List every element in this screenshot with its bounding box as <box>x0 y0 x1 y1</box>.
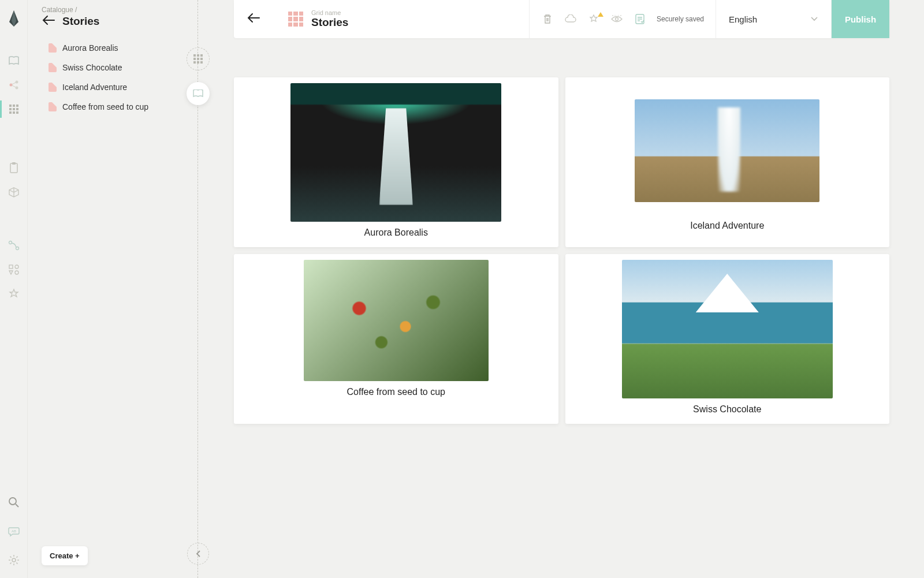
delete-icon[interactable] <box>541 13 554 25</box>
language-select[interactable]: English <box>716 0 832 38</box>
chevron-down-icon <box>810 16 818 22</box>
nav-shapes-icon[interactable] <box>0 258 28 282</box>
document-icon <box>49 83 57 92</box>
svg-text:AB: AB <box>11 529 16 533</box>
mid-rail <box>198 0 230 578</box>
story-card[interactable]: Swiss Chocolate <box>565 254 890 424</box>
card-title: Iceland Adventure <box>690 221 764 231</box>
svg-rect-25 <box>193 58 196 60</box>
svg-point-14 <box>9 241 12 244</box>
svg-rect-23 <box>197 54 199 57</box>
topbar: Grid name Stories Securely saved <box>234 0 889 38</box>
tree-item-label: Coffee from seed to cup <box>62 102 148 111</box>
svg-rect-13 <box>12 162 16 165</box>
workspace: Grid name Stories Securely saved <box>230 0 924 578</box>
nav-flow-icon[interactable] <box>0 233 28 258</box>
icon-rail: AB <box>0 0 28 578</box>
svg-rect-7 <box>13 108 15 110</box>
story-card[interactable]: Aurora Borealis <box>234 77 558 247</box>
save-status: Securely saved <box>657 15 704 23</box>
svg-rect-8 <box>16 108 18 110</box>
topbar-back-arrow-icon[interactable] <box>247 13 260 25</box>
card-image <box>290 83 501 222</box>
eye-icon[interactable] <box>610 13 623 25</box>
tree-item-label: Aurora Borealis <box>62 43 118 53</box>
svg-rect-22 <box>193 54 196 57</box>
document-icon <box>49 63 57 72</box>
nav-clipboard-icon[interactable] <box>0 156 28 180</box>
nav-search-icon[interactable] <box>0 490 28 514</box>
svg-rect-29 <box>197 61 199 64</box>
story-card[interactable]: Coffee from seed to cup <box>234 254 558 424</box>
svg-point-17 <box>15 265 18 269</box>
svg-rect-6 <box>9 108 12 110</box>
view-book-toggle[interactable] <box>187 82 210 105</box>
nav-cube-icon[interactable] <box>0 180 28 204</box>
create-button[interactable]: Create + <box>42 546 88 565</box>
svg-rect-9 <box>9 111 12 114</box>
svg-point-15 <box>16 247 18 250</box>
svg-rect-28 <box>193 61 196 64</box>
note-check-icon[interactable] <box>634 13 646 25</box>
svg-rect-26 <box>197 58 199 60</box>
svg-rect-27 <box>200 58 203 60</box>
collapse-sidebar-icon[interactable] <box>187 543 209 565</box>
logo-icon <box>7 10 21 29</box>
publish-button[interactable]: Publish <box>832 0 889 38</box>
warning-badge-icon <box>598 9 603 17</box>
nav-star-icon[interactable] <box>0 282 28 306</box>
svg-rect-12 <box>10 163 17 173</box>
tree-item[interactable]: Coffee from seed to cup <box>28 97 198 117</box>
svg-point-2 <box>15 87 18 90</box>
page-title: Stories <box>311 16 348 29</box>
card-image <box>304 260 489 381</box>
story-card[interactable]: Iceland Adventure <box>565 77 890 247</box>
svg-point-1 <box>15 81 18 84</box>
svg-rect-30 <box>200 61 203 64</box>
tree-item-label: Swiss Chocolate <box>62 63 122 72</box>
svg-point-0 <box>9 84 12 87</box>
svg-point-31 <box>615 18 618 21</box>
cards-grid: Aurora Borealis Iceland Adventure Coffee… <box>230 38 924 424</box>
svg-rect-16 <box>9 265 13 269</box>
svg-rect-11 <box>16 111 18 114</box>
tree-item[interactable]: Iceland Adventure <box>28 77 198 97</box>
sidebar-title: Stories <box>62 15 99 28</box>
svg-rect-4 <box>13 105 15 107</box>
nav-book-icon[interactable] <box>0 49 28 73</box>
svg-rect-5 <box>16 105 18 107</box>
svg-rect-24 <box>200 54 203 57</box>
sidebar: Catalogue / Stories Aurora Borealis Swis… <box>28 0 198 578</box>
view-grid-toggle[interactable] <box>187 47 210 70</box>
nav-grid-icon[interactable] <box>0 97 28 121</box>
document-icon <box>49 102 57 111</box>
cloud-icon[interactable] <box>564 13 577 25</box>
card-image <box>622 260 833 398</box>
card-title: Aurora Borealis <box>364 228 428 238</box>
nav-settings-icon[interactable] <box>0 548 28 572</box>
document-icon <box>49 43 57 53</box>
svg-rect-18 <box>15 271 18 274</box>
nav-share-icon[interactable] <box>0 73 28 97</box>
grid-type-icon <box>288 12 303 27</box>
tree-item-label: Iceland Adventure <box>62 83 127 92</box>
grid-label: Grid name <box>311 9 348 16</box>
card-image <box>635 99 819 202</box>
svg-point-19 <box>9 498 16 505</box>
svg-point-21 <box>12 558 16 562</box>
card-title: Coffee from seed to cup <box>347 387 445 397</box>
breadcrumb[interactable]: Catalogue / <box>28 6 198 14</box>
language-value: English <box>729 14 757 24</box>
tree-item[interactable]: Aurora Borealis <box>28 38 198 58</box>
nav-chat-icon[interactable]: AB <box>0 519 28 543</box>
tree-item[interactable]: Swiss Chocolate <box>28 58 198 77</box>
svg-rect-3 <box>9 105 12 107</box>
svg-rect-10 <box>13 111 15 114</box>
star-badge-icon[interactable] <box>587 13 600 25</box>
card-title: Swiss Chocolate <box>693 404 761 415</box>
back-arrow-icon[interactable] <box>42 15 55 28</box>
